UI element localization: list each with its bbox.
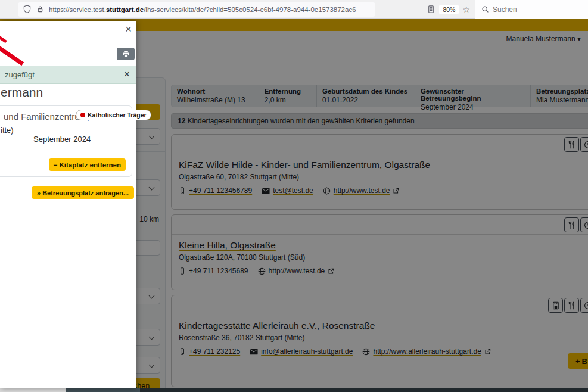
kita-address: itte)	[1, 126, 14, 135]
reader-mode-icon[interactable]	[427, 5, 435, 14]
url-text: https://service.test.stuttgart.de/lhs-se…	[49, 6, 356, 13]
browser-search-input[interactable]	[493, 5, 582, 14]
zoom-level-badge[interactable]: 80%	[439, 5, 459, 14]
close-icon[interactable]: ×	[124, 69, 130, 80]
shield-icon[interactable]	[23, 5, 32, 14]
star-icon[interactable]: ☆	[462, 5, 470, 14]
footer-segment-dark	[66, 388, 140, 392]
remove-kitaplatz-button[interactable]: −Kitaplatz entfernen	[49, 158, 126, 171]
close-icon[interactable]: ×	[125, 23, 132, 36]
lock-icon[interactable]	[36, 5, 44, 13]
stuttgart-logo-fragment	[0, 43, 24, 66]
stuttgart-logo-fragment	[0, 33, 7, 43]
favorite-kita-card: und Familienzentrum, Katholischer Träger…	[0, 105, 132, 177]
screen: https://service.test.stuttgart.de/lhs-se…	[0, 0, 588, 392]
search-icon	[481, 5, 489, 13]
url-bar[interactable]: https://service.test.stuttgart.de/lhs-se…	[18, 2, 375, 17]
browser-search[interactable]	[475, 0, 588, 19]
success-alert: zugefügt ×	[0, 66, 136, 84]
modal-title: ermann	[1, 85, 43, 99]
start-date: September 2024	[33, 135, 91, 144]
double-chevron-icon: »	[37, 189, 41, 197]
red-dot-icon	[80, 113, 85, 117]
divider	[0, 41, 136, 41]
traeger-badge: Katholischer Träger	[76, 110, 151, 120]
print-button[interactable]	[117, 48, 135, 60]
print-icon	[122, 50, 130, 58]
footer-segment-light	[0, 388, 66, 392]
request-betreuungsplatz-button[interactable]: »Betreuungsplatz anfragen...	[32, 186, 134, 199]
minus-icon: −	[54, 161, 58, 169]
merkzettel-modal: × zugefügt × ermann und Familienzentrum,…	[0, 21, 136, 388]
alert-text: zugefügt	[5, 70, 35, 79]
browser-toolbar: https://service.test.stuttgart.de/lhs-se…	[0, 0, 588, 19]
